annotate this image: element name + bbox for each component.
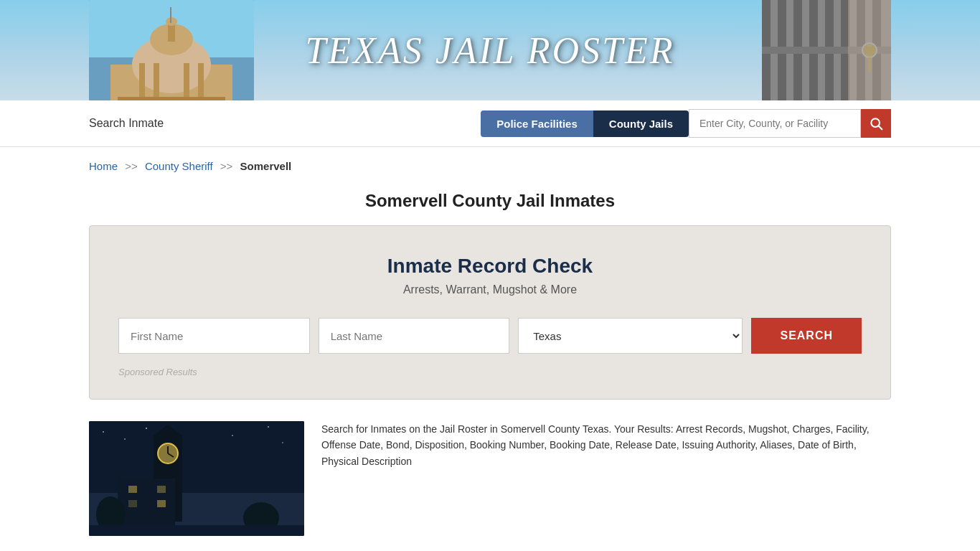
last-name-input[interactable] (319, 318, 510, 354)
svg-rect-48 (89, 525, 304, 536)
svg-rect-43 (157, 486, 166, 493)
capitol-svg (89, 0, 254, 100)
svg-rect-11 (198, 63, 204, 100)
svg-rect-42 (128, 486, 137, 493)
svg-rect-8 (139, 63, 145, 100)
svg-line-27 (879, 126, 882, 130)
svg-point-24 (862, 43, 877, 57)
jail-bars-section (762, 0, 891, 100)
bottom-section: Search for Inmates on the Jail Roster in… (0, 414, 980, 543)
svg-point-35 (282, 442, 283, 443)
svg-rect-45 (157, 500, 166, 507)
svg-point-33 (232, 435, 233, 436)
svg-point-34 (268, 426, 269, 428)
breadcrumb-sep2: >> (220, 160, 233, 172)
bottom-description: Search for Inmates on the Jail Roster in… (321, 421, 891, 536)
svg-rect-9 (154, 63, 159, 100)
breadcrumb: Home >> County Sheriff >> Somervell (0, 147, 980, 178)
sponsored-results-label: Sponsored Results (118, 367, 862, 377)
svg-point-32 (146, 428, 147, 429)
breadcrumb-current: Somervell (240, 160, 292, 172)
capitol-image (89, 0, 254, 100)
svg-rect-12 (118, 97, 225, 100)
building-night-svg (89, 421, 304, 536)
svg-rect-7 (170, 7, 171, 23)
breadcrumb-sep1: >> (125, 160, 138, 172)
site-title: Texas Jail Roster (305, 29, 674, 72)
police-facilities-button[interactable]: Police Facilities (481, 110, 593, 137)
search-inmate-label: Search Inmate (89, 117, 164, 130)
search-icon (869, 116, 883, 131)
nav-bar: Search Inmate Police Facilities County J… (0, 100, 980, 147)
inmate-search-button[interactable]: SEARCH (751, 318, 862, 354)
svg-rect-25 (868, 57, 871, 72)
title-text: Texas Jail Roster (305, 30, 674, 71)
header-banner: Texas Jail Roster (0, 0, 980, 100)
svg-rect-10 (184, 63, 189, 100)
svg-rect-44 (128, 500, 137, 507)
svg-point-31 (124, 438, 126, 440)
state-select[interactable]: AlabamaAlaskaArizonaArkansasCaliforniaCo… (518, 318, 743, 354)
breadcrumb-county-sheriff[interactable]: County Sheriff (145, 160, 213, 172)
search-form: AlabamaAlaskaArizonaArkansasCaliforniaCo… (118, 318, 862, 354)
svg-point-30 (103, 431, 104, 433)
breadcrumb-home[interactable]: Home (89, 160, 118, 172)
page-title-section: Somervell County Jail Inmates (0, 178, 980, 218)
record-check-title: Inmate Record Check (118, 255, 862, 278)
page-title: Somervell County Jail Inmates (0, 191, 980, 211)
record-check-box: Inmate Record Check Arrests, Warrant, Mu… (89, 225, 891, 400)
nav-right-section: Police Facilities County Jails (481, 109, 891, 138)
bottom-image (89, 421, 304, 536)
facility-search-input[interactable] (689, 109, 861, 138)
first-name-input[interactable] (118, 318, 310, 354)
jail-bars-svg (762, 0, 891, 100)
facility-search-button[interactable] (861, 109, 891, 138)
record-check-subtitle: Arrests, Warrant, Mugshot & More (118, 283, 862, 296)
county-jails-button[interactable]: County Jails (593, 110, 689, 137)
